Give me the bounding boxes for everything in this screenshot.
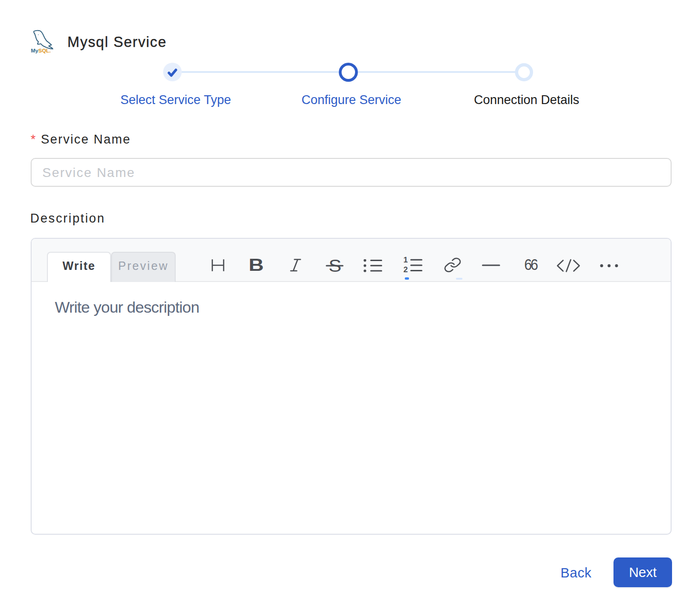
svg-text:1: 1 [403, 256, 408, 264]
svg-text:2: 2 [403, 265, 408, 274]
svg-text:MySQL.: MySQL. [31, 48, 51, 53]
